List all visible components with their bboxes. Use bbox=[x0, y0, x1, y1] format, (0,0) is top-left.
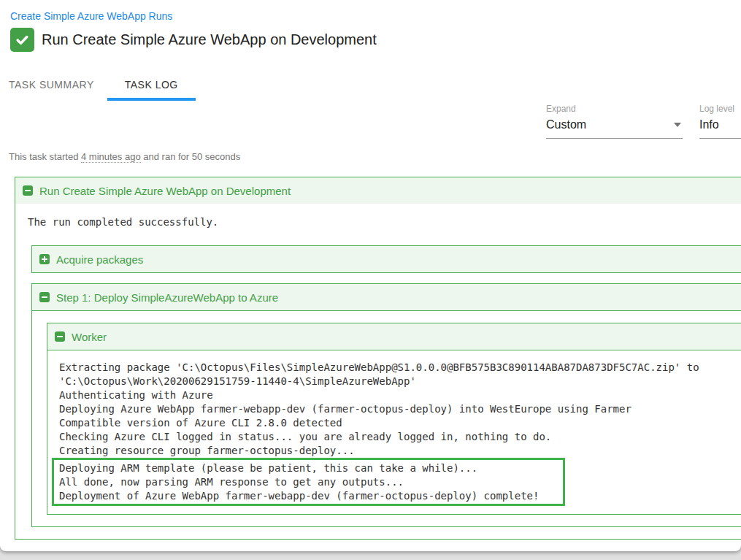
task-info-suffix: and ran for 50 seconds bbox=[141, 151, 241, 162]
expand-icon[interactable] bbox=[39, 254, 50, 264]
task-info-prefix: This task started bbox=[9, 151, 81, 162]
log-line: 'C:\Octopus\Work\20200629151759-11440-4\… bbox=[59, 375, 741, 388]
expand-select[interactable]: Expand Custom bbox=[546, 104, 683, 139]
log-line: Extracting package 'C:\Octopus\Files\Sim… bbox=[59, 361, 741, 375]
log-line: Creating resource group farmer-octopus-d… bbox=[59, 444, 741, 458]
log-level-select-value-row[interactable]: Info bbox=[699, 118, 741, 139]
log-section-root-header[interactable]: Run Create Simple Azure WebApp on Develo… bbox=[15, 177, 741, 204]
run-summary-text: The run completed successfully. bbox=[28, 215, 741, 229]
task-duration-info: This task started 4 minutes ago and ran … bbox=[9, 151, 741, 162]
log-line: Deploying Azure WebApp farmer-webapp-dev… bbox=[59, 402, 741, 416]
log-section-acquire-header[interactable]: Acquire packages bbox=[32, 246, 741, 272]
log-section-worker-body: Extracting package 'C:\Octopus\Files\Sim… bbox=[47, 350, 741, 514]
log-line: Checking Azure CLI logged in status... y… bbox=[59, 430, 741, 444]
log-section-worker: Worker Extracting package 'C:\Octopus\Fi… bbox=[47, 323, 741, 515]
log-section-worker-header[interactable]: Worker bbox=[47, 323, 741, 350]
log-line: Compatible version of Azure CLI 2.8.0 de… bbox=[59, 416, 741, 430]
log-level-select-label: Log level bbox=[699, 104, 741, 114]
log-controls: Expand Custom Log level Info bbox=[546, 104, 741, 139]
collapse-icon[interactable] bbox=[39, 292, 50, 302]
log-section-step1-body: Worker Extracting package 'C:\Octopus\Fi… bbox=[32, 310, 741, 515]
task-start-time[interactable]: 4 minutes ago bbox=[81, 151, 141, 163]
log-section-worker-title: Worker bbox=[72, 331, 107, 343]
expand-select-value-row[interactable]: Custom bbox=[546, 118, 683, 139]
log-line-highlighted: Deploying ARM template (please be patien… bbox=[59, 461, 560, 475]
log-section-root: Run Create Simple Azure WebApp on Develo… bbox=[15, 177, 741, 540]
log-level-select[interactable]: Log level Info bbox=[699, 104, 741, 139]
collapse-icon[interactable] bbox=[23, 185, 33, 196]
tab-task-summary[interactable]: TASK SUMMARY bbox=[9, 72, 107, 101]
task-page-card: Create Simple Azure WebApp Runs Run Crea… bbox=[0, 0, 741, 551]
log-section-acquire-packages: Acquire packages bbox=[31, 245, 741, 273]
breadcrumb[interactable]: Create Simple Azure WebApp Runs bbox=[10, 10, 172, 22]
log-section-root-body: The run completed successfully. Acquire … bbox=[15, 204, 741, 539]
log-line-highlighted: Deployment of Azure WebApp farmer-webapp… bbox=[59, 489, 560, 503]
log-line-highlighted: All done, now parsing ARM response to ge… bbox=[59, 475, 560, 489]
page-header: Run Create Simple Azure WebApp on Develo… bbox=[10, 28, 741, 52]
tab-task-log[interactable]: TASK LOG bbox=[107, 72, 196, 101]
task-log-area: Run Create Simple Azure WebApp on Develo… bbox=[15, 177, 741, 548]
expand-select-label: Expand bbox=[546, 104, 683, 114]
log-section-step1-title: Step 1: Deploy SimpleAzureWebApp to Azur… bbox=[56, 291, 278, 304]
log-section-step1-header[interactable]: Step 1: Deploy SimpleAzureWebApp to Azur… bbox=[32, 284, 741, 310]
collapse-icon[interactable] bbox=[55, 331, 65, 342]
log-line: Authenticating with Azure bbox=[59, 388, 741, 402]
chevron-down-icon bbox=[674, 123, 681, 127]
log-section-step1: Step 1: Deploy SimpleAzureWebApp to Azur… bbox=[31, 283, 741, 527]
log-level-select-value: Info bbox=[699, 118, 719, 131]
highlighted-log-lines-box: Deploying ARM template (please be patien… bbox=[52, 458, 565, 506]
page-title: Run Create Simple Azure WebApp on Develo… bbox=[42, 31, 377, 48]
log-section-acquire-title: Acquire packages bbox=[56, 253, 143, 266]
log-section-root-title: Run Create Simple Azure WebApp on Develo… bbox=[39, 185, 291, 197]
tab-bar: TASK SUMMARY TASK LOG bbox=[9, 72, 741, 101]
task-success-check-icon bbox=[10, 28, 34, 52]
expand-select-value: Custom bbox=[546, 118, 586, 131]
